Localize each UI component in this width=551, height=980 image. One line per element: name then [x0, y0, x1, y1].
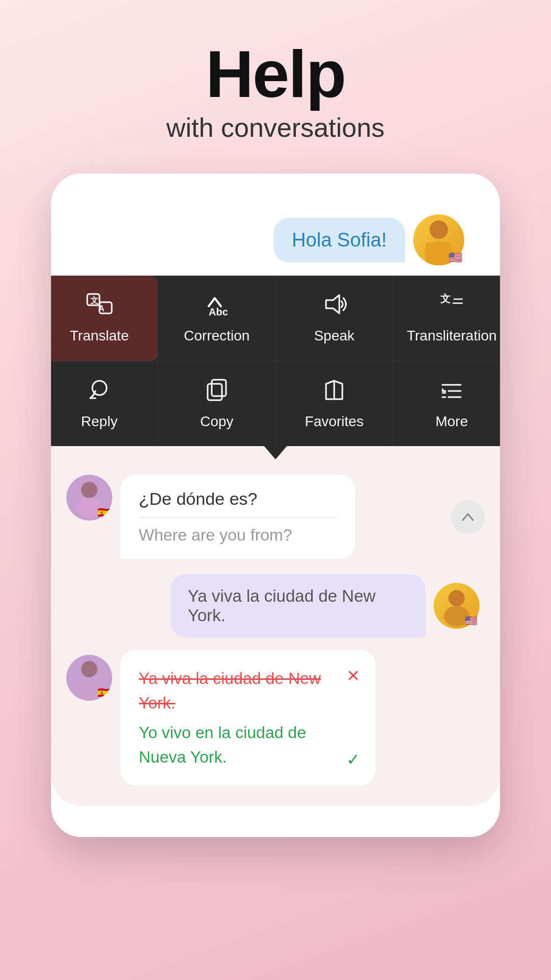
- menu-item-more[interactable]: More: [393, 361, 500, 447]
- translate-icon: 文 A: [86, 292, 113, 320]
- menu-item-copy[interactable]: Copy: [158, 361, 276, 447]
- svg-rect-14: [208, 384, 222, 400]
- bubble-hola: Hola Sofia!: [273, 218, 405, 262]
- correction-message: 🇪🇸 Ya viva la ciudad de New York. Yo viv…: [66, 650, 485, 786]
- svg-text:文: 文: [440, 293, 450, 304]
- avatar-user1-wrapper-2: 🇺🇸: [434, 583, 480, 629]
- avatar-user2-small: 🇪🇸: [66, 475, 112, 521]
- menu-item-speak[interactable]: Speak: [276, 276, 393, 361]
- menu-item-favorites[interactable]: Favorites: [276, 361, 393, 447]
- avatar-flag-us: 🇺🇸: [448, 252, 462, 263]
- message2-translation: Where are you from?: [139, 526, 337, 545]
- message-right-1: Hola Sofia! 🇺🇸: [71, 199, 480, 276]
- svg-text:文: 文: [90, 296, 98, 305]
- hero-subtitle: with conversations: [166, 112, 385, 143]
- menu-label-transliteration: Translite­ration: [407, 327, 496, 345]
- check-icon: ✓: [346, 750, 360, 769]
- hero-section: Help with conversations: [146, 0, 405, 174]
- chat-area-top: Hola Sofia! 🇺🇸: [51, 174, 500, 276]
- x-icon: ✕: [346, 666, 360, 685]
- menu-row-1: 文 A Translate Abc Correction: [51, 276, 500, 361]
- menu-item-transliteration[interactable]: 文 Translite­ration: [393, 276, 500, 361]
- menu-label-speak: Speak: [314, 327, 354, 345]
- favorites-icon: [321, 378, 347, 406]
- menu-label-correction: Correction: [184, 327, 249, 345]
- svg-point-16: [81, 482, 97, 498]
- menu-label-reply: Reply: [81, 413, 118, 430]
- svg-marker-8: [326, 295, 339, 313]
- phone-inner: Hola Sofia! 🇺🇸: [51, 174, 500, 806]
- menu-label-copy: Copy: [200, 413, 233, 430]
- scroll-up-button[interactable]: [451, 500, 485, 534]
- svg-text:Abc: Abc: [209, 306, 228, 316]
- svg-rect-2: [426, 242, 452, 265]
- hero-title: Help: [166, 41, 385, 107]
- correction-wrong-text: Ya viva la ciudad de New York.: [139, 666, 357, 715]
- message-right-2: Ya viva la ciudad de New York. 🇺🇸: [66, 574, 485, 638]
- message-left-1: 🇪🇸 ¿De dónde es? Where are you from?: [66, 475, 485, 559]
- speak-icon: [321, 292, 347, 320]
- menu-item-reply[interactable]: Reply: [51, 361, 158, 447]
- correction-icon: Abc: [204, 292, 230, 320]
- correction-correct-text: Yo vivo en la ciudad de Nueva York.: [139, 720, 357, 769]
- avatar-user1-wrapper: 🇺🇸: [413, 214, 464, 265]
- menu-item-correction[interactable]: Abc Correction: [158, 276, 276, 361]
- bubble-message3: Ya viva la ciudad de New York.: [170, 574, 425, 638]
- copy-icon: [204, 378, 230, 406]
- svg-rect-13: [212, 380, 226, 396]
- context-menu: 文 A Translate Abc Correction: [51, 276, 500, 446]
- svg-point-18: [448, 590, 465, 606]
- transliteration-icon: 文: [438, 292, 465, 320]
- phone-mockup: Hola Sofia! 🇺🇸: [51, 174, 500, 837]
- svg-point-20: [81, 661, 97, 677]
- chat-lower: 🇪🇸 ¿De dónde es? Where are you from?: [51, 459, 500, 806]
- menu-arrow: [263, 445, 288, 459]
- correction-bubble: Ya viva la ciudad de New York. Yo vivo e…: [120, 650, 375, 786]
- chevron-up-icon: [460, 509, 476, 525]
- avatar-flag-es-2: 🇪🇸: [97, 687, 110, 699]
- avatar-user2-correction: 🇪🇸: [66, 655, 112, 701]
- bubble-question: ¿De dónde es? Where are you from?: [120, 475, 355, 559]
- avatar-flag-es: 🇪🇸: [97, 506, 110, 519]
- menu-label-more: More: [435, 413, 468, 430]
- more-icon: [438, 378, 465, 406]
- menu-label-translate: Translate: [70, 327, 129, 345]
- menu-label-favorites: Favorites: [305, 413, 364, 430]
- menu-row-2: Reply Copy: [51, 361, 500, 447]
- reply-icon: [86, 378, 113, 406]
- message2-original: ¿De dónde es?: [139, 489, 337, 509]
- svg-point-0: [430, 220, 448, 239]
- menu-item-translate[interactable]: 文 A Translate: [51, 276, 158, 361]
- avatar-flag-us-2: 🇺🇸: [465, 615, 478, 627]
